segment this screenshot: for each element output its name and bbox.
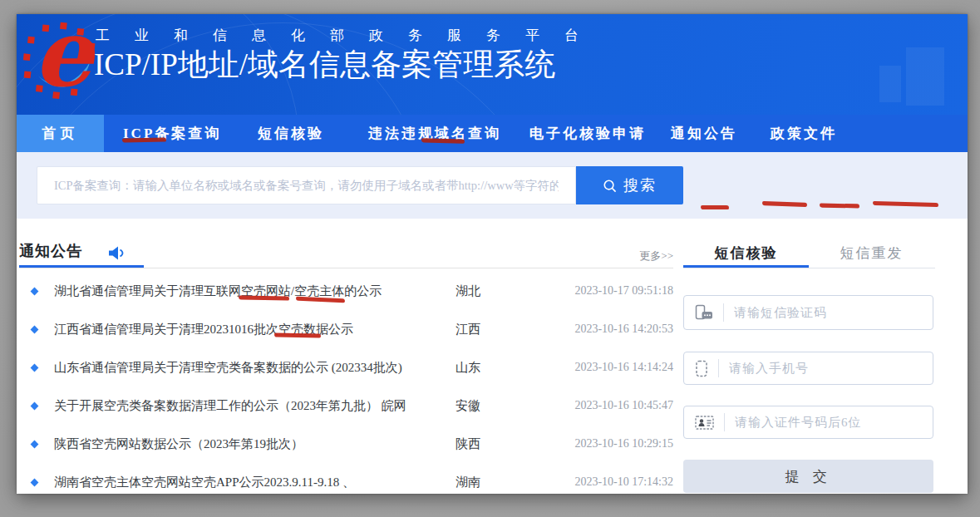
- more-link[interactable]: 更多>>: [619, 249, 673, 263]
- phone-input[interactable]: [729, 362, 933, 376]
- browser-page: e 工业和信息化部政务服务平台 ICP/IP地址/域名信息备案管理系统 首页 I…: [17, 14, 968, 494]
- mobile-icon: [695, 360, 708, 377]
- notice-title[interactable]: 山东省通信管理局关于清理空壳类备案数据的公示 (202334批次): [54, 360, 456, 376]
- notice-province: 江西: [456, 322, 536, 337]
- field-divider: [718, 359, 719, 377]
- notice-province: 山东: [456, 360, 536, 376]
- nav-item-e-verify-apply[interactable]: 电子化核验申请: [529, 115, 646, 152]
- notice-province: 安徽: [456, 398, 536, 414]
- site-header: e 工业和信息化部政务服务平台 ICP/IP地址/域名信息备案管理系统: [17, 14, 968, 115]
- sms-code-input[interactable]: [734, 306, 933, 320]
- panel-active-underline: [683, 265, 809, 268]
- nav-item-home[interactable]: 首页: [17, 115, 104, 152]
- red-underline-annotation: [701, 205, 729, 209]
- search-button-label: 搜索: [623, 175, 657, 195]
- notices-divider: [19, 268, 673, 268]
- bullet-diamond-icon: [31, 440, 39, 448]
- notice-date: 2023-10-16 10:45:47: [536, 399, 673, 412]
- nav-item-icp-query[interactable]: ICP备案查询: [123, 115, 221, 152]
- tab-sms-resend[interactable]: 短信重发: [809, 244, 934, 263]
- bullet-diamond-icon: [31, 478, 39, 486]
- platform-title: 工业和信息化部政务服务平台: [96, 26, 603, 45]
- notice-title[interactable]: 江西省通信管理局关于清理20231016批次空壳数据公示: [54, 322, 456, 337]
- red-underline-annotation: [820, 204, 859, 209]
- notice-province: 陕西: [456, 436, 536, 452]
- notice-title[interactable]: 陕西省空壳网站数据公示（2023年第19批次）: [54, 436, 456, 452]
- red-underline-annotation: [239, 295, 289, 300]
- search-input[interactable]: [37, 166, 576, 204]
- submit-button[interactable]: 提 交: [683, 460, 933, 493]
- notice-row[interactable]: 湖南省空壳主体空壳网站空壳APP公示2023.9.11-9.18 、 湖南 20…: [19, 471, 673, 493]
- notice-date: 2023-10-16 14:14:24: [536, 361, 673, 374]
- notice-date: 2023-10-16 10:29:15: [536, 437, 673, 451]
- field-divider: [723, 303, 724, 322]
- header-decoration: [879, 66, 901, 102]
- nav-item-policy-files[interactable]: 政策文件: [771, 115, 837, 152]
- system-title: ICP/IP地址/域名信息备案管理系统: [94, 44, 555, 86]
- header-decoration: [906, 47, 944, 106]
- nav-item-sms-verify[interactable]: 短信核验: [258, 115, 324, 152]
- bullet-diamond-icon: [31, 325, 39, 333]
- id-number-field: [683, 406, 933, 439]
- bullet-diamond-icon: [31, 287, 39, 295]
- search-icon: [603, 179, 617, 193]
- phone-field: [683, 352, 933, 385]
- notice-row[interactable]: 陕西省空壳网站数据公示（2023年第19批次） 陕西 2023-10-16 10…: [19, 433, 673, 455]
- nav-item-notices[interactable]: 通知公告: [671, 115, 737, 152]
- notice-province: 湖北: [456, 283, 536, 299]
- id-number-input[interactable]: [735, 416, 933, 430]
- svg-text:e: e: [33, 19, 97, 102]
- notice-date: 2023-10-17 09:51:18: [536, 284, 673, 298]
- notice-row[interactable]: 江西省通信管理局关于清理20231016批次空壳数据公示 江西 2023-10-…: [19, 318, 673, 340]
- search-button[interactable]: 搜索: [576, 166, 683, 204]
- field-divider: [724, 413, 725, 431]
- speaker-icon: [108, 246, 126, 260]
- notice-date: 2023-10-16 14:20:53: [536, 323, 673, 336]
- notices-heading: 通知公告: [19, 241, 82, 261]
- sms-code-icon: [695, 304, 713, 321]
- panel-divider: [683, 268, 935, 268]
- notice-date: 2023-10-10 17:14:32: [536, 475, 673, 489]
- miit-e-logo-icon: e: [23, 19, 101, 102]
- red-underline-annotation: [122, 138, 166, 143]
- notice-title[interactable]: 湖南省空壳主体空壳网站空壳APP公示2023.9.11-9.18 、: [54, 475, 456, 490]
- notice-row[interactable]: 山东省通信管理局关于清理空壳类备案数据的公示 (202334批次) 山东 202…: [19, 357, 673, 378]
- notice-title[interactable]: 关于开展空壳类备案数据清理工作的公示（2023年第九批） 皖网: [54, 398, 456, 414]
- notice-province: 湖南: [456, 475, 536, 490]
- bullet-diamond-icon: [31, 401, 39, 410]
- sms-code-field: [683, 295, 933, 330]
- red-underline-annotation: [274, 333, 321, 338]
- notices-active-underline: [19, 265, 144, 268]
- nav-item-illegal-domain[interactable]: 违法违规域名查询: [368, 115, 501, 152]
- search-section: 搜索 网站 APP 小程序 快应用: [17, 152, 968, 219]
- notice-row[interactable]: 湖北省通信管理局关于清理互联网空壳网站/空壳主体的公示 湖北 2023-10-1…: [19, 280, 673, 302]
- tab-sms-verify[interactable]: 短信核验: [683, 244, 809, 263]
- bullet-diamond-icon: [31, 363, 39, 372]
- main-nav: 首页 ICP备案查询 短信核验 违法违规域名查询 电子化核验申请 通知公告 政策…: [17, 115, 968, 152]
- id-card-icon: [695, 416, 714, 430]
- notice-row[interactable]: 关于开展空壳类备案数据清理工作的公示（2023年第九批） 皖网 安徽 2023-…: [19, 395, 673, 416]
- desktop-background: e 工业和信息化部政务服务平台 ICP/IP地址/域名信息备案管理系统 首页 I…: [0, 0, 980, 517]
